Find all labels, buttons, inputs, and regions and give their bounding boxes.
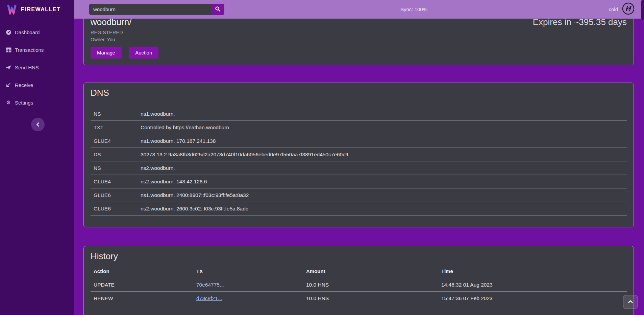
sidebar-item-dashboard[interactable]: Dashboard — [0, 28, 74, 36]
history-title: History — [91, 251, 627, 262]
chevron-up-icon — [628, 299, 633, 305]
search-input[interactable] — [89, 4, 211, 15]
gear-icon: ⚙ — [5, 99, 11, 106]
receive-arrow-icon — [5, 82, 11, 88]
auction-button[interactable]: Auction — [129, 47, 158, 59]
dns-table: NS ns1.woodburn. TXT Controlled by https… — [91, 107, 627, 216]
history-row: RENEW d73c8f21... 10.0 HNS 15:47:36 07 F… — [91, 291, 627, 305]
wallet-selector[interactable]: cold — [609, 0, 635, 19]
sidebar-item-send-hns[interactable]: Send HNS — [0, 63, 74, 71]
dns-record-value: ns2.woodburn. 2600:3c02::f03c:93ff:fe5a:… — [141, 206, 627, 212]
dns-record-value: 30273 13 2 9a3a8fb3d625d2a2073d740f10da6… — [141, 152, 627, 158]
history-amount: 10.0 HNS — [306, 295, 441, 301]
history-col-action: Action — [91, 268, 196, 274]
dns-record-value: ns1.woodburn. 2400:8907::f03c:93ff:fe5a:… — [141, 192, 627, 198]
dns-record-type: GLUE4 — [91, 138, 141, 144]
sidebar-item-label: Settings — [15, 100, 33, 106]
history-action: UPDATE — [91, 282, 196, 288]
dns-record-value: ns1.woodburn. — [141, 111, 627, 117]
domain-status: REGISTERED — [91, 30, 158, 35]
sidebar: FIREWALLET Dashboard Transactions Send H… — [0, 0, 74, 315]
domain-owner: Owner: You — [91, 37, 158, 42]
tx-link[interactable]: 70e64775... — [196, 282, 224, 288]
dns-record-type: GLUE6 — [91, 206, 141, 212]
sidebar-item-label: Dashboard — [15, 29, 40, 35]
history-time: 14:46:32 01 Aug 2023 — [441, 282, 627, 288]
sidebar-item-label: Send HNS — [15, 65, 39, 70]
wallet-name: cold — [609, 6, 618, 12]
sidebar-nav: Dashboard Transactions Send HNS Receive … — [0, 19, 74, 107]
domain-summary-left: woodburn/ REGISTERED Owner: You Manage A… — [91, 17, 158, 65]
sidebar-item-receive[interactable]: Receive — [0, 81, 74, 89]
scrollbar-thumb[interactable] — [641, 0, 644, 20]
tx-link[interactable]: d73c8f21... — [196, 295, 222, 301]
sync-status: Sync: 100% — [400, 0, 427, 19]
dns-record-value: ns1.woodburn. 170.187.241.138 — [141, 138, 627, 144]
handshake-logo-icon — [622, 2, 635, 16]
scroll-to-top-button[interactable] — [623, 295, 638, 309]
dns-record-value: ns2.woodburn. 143.42.128.6 — [141, 179, 627, 185]
dns-record-row: GLUE4 ns2.woodburn. 143.42.128.6 — [91, 175, 627, 188]
search-icon — [215, 6, 221, 13]
sidebar-item-transactions[interactable]: Transactions — [0, 46, 74, 54]
history-table: Action TX Amount Time UPDATE 70e64775...… — [91, 264, 627, 305]
history-amount: 10.0 HNS — [306, 282, 441, 288]
dns-record-row: GLUE6 ns1.woodburn. 2400:8907::f03c:93ff… — [91, 188, 627, 202]
sidebar-item-label: Transactions — [15, 47, 44, 53]
dns-record-row: DS 30273 13 2 9a3a8fb3d625d2a2073d740f10… — [91, 148, 627, 161]
dns-record-value: Controlled by https://nathan.woodburn — [141, 125, 627, 131]
dns-record-row: NS ns2.woodburn. — [91, 161, 627, 175]
history-time: 15:47:36 07 Feb 2023 — [441, 295, 627, 301]
manage-button[interactable]: Manage — [91, 47, 122, 59]
domain-actions: Manage Auction — [91, 47, 158, 59]
history-col-tx: TX — [196, 268, 306, 274]
brand-name: FIREWALLET — [21, 6, 60, 13]
chevron-left-icon — [36, 118, 40, 131]
dns-record-row: TXT Controlled by https://nathan.woodbur… — [91, 120, 627, 134]
domain-summary-card: woodburn/ REGISTERED Owner: You Manage A… — [83, 11, 634, 65]
dns-record-row: GLUE4 ns1.woodburn. 170.187.241.138 — [91, 134, 627, 148]
history-action: RENEW — [91, 295, 196, 301]
main-content: woodburn/ REGISTERED Owner: You Manage A… — [74, 0, 644, 315]
history-header-row: Action TX Amount Time — [91, 264, 627, 278]
dns-record-row: NS ns1.woodburn. — [91, 107, 627, 120]
dns-record-type: GLUE4 — [91, 179, 141, 185]
dns-record-row: GLUE6 ns2.woodburn. 2600:3c02::f03c:93ff… — [91, 202, 627, 215]
firewallet-logo-icon — [6, 3, 18, 16]
dns-card: DNS NS ns1.woodburn. TXT Controlled by h… — [83, 83, 634, 227]
sidebar-collapse-button[interactable] — [31, 118, 45, 131]
search-button[interactable] — [211, 4, 224, 15]
sidebar-item-label: Receive — [15, 82, 33, 88]
dns-title: DNS — [91, 88, 627, 98]
searchbar — [89, 4, 224, 15]
history-col-amount: Amount — [306, 268, 441, 274]
dns-record-type: TXT — [91, 125, 141, 131]
sidebar-item-settings[interactable]: ⚙ Settings — [0, 98, 74, 107]
header: Sync: 100% cold — [74, 0, 644, 19]
dns-record-type: GLUE6 — [91, 192, 141, 198]
history-row: UPDATE 70e64775... 10.0 HNS 14:46:32 01 … — [91, 278, 627, 291]
dashboard-icon — [5, 29, 11, 35]
dns-record-type: NS — [91, 111, 141, 117]
history-card: History Action TX Amount Time UPDATE 70e… — [83, 246, 634, 315]
brand: FIREWALLET — [0, 0, 74, 19]
domain-expiry: Expires in ~395.35 days — [533, 17, 627, 65]
send-icon — [5, 64, 11, 70]
transactions-table-icon — [5, 47, 11, 53]
dns-record-type: DS — [91, 152, 141, 158]
dns-record-value: ns2.woodburn. — [141, 165, 627, 171]
history-col-time: Time — [441, 268, 627, 274]
dns-record-type: NS — [91, 165, 141, 171]
